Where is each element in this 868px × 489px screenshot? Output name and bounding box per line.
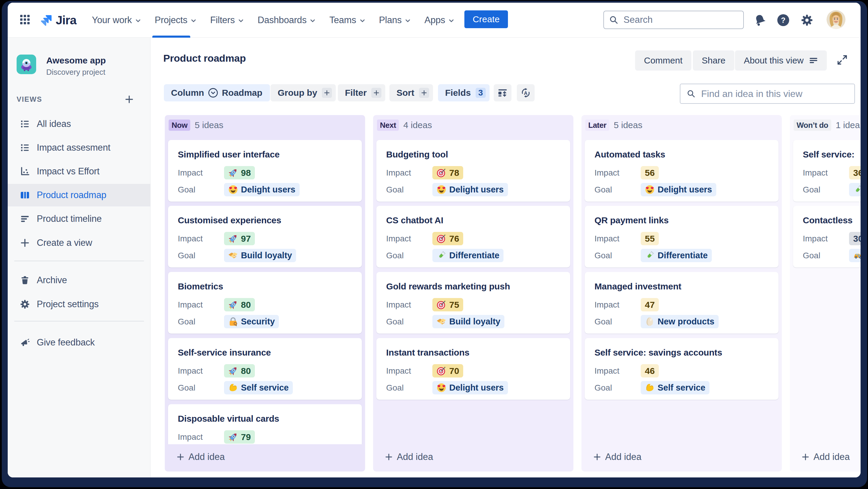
sidebar-item-label: Project settings: [37, 299, 99, 310]
nav-item-projects[interactable]: Projects: [155, 3, 196, 38]
idea-card[interactable]: Instant transactionsImpact70GoalDelight …: [376, 338, 570, 400]
idea-card[interactable]: Budgeting toolImpact78GoalDelight users: [376, 140, 570, 202]
global-search-input[interactable]: Search: [603, 11, 744, 29]
impact-value: 97: [241, 234, 251, 244]
scatter-icon: [20, 167, 30, 176]
add-idea-button[interactable]: Add idea: [802, 451, 849, 463]
sidebar-item-label: Impact assesment: [37, 142, 110, 153]
idea-card[interactable]: Self service:Impact36Goal: [793, 140, 861, 202]
goal-field-label: Goal: [594, 315, 612, 328]
avatar-photo: [827, 10, 845, 29]
column-cards: Self service:Impact36GoalContactlessImpa…: [790, 115, 861, 444]
goal-label: Build loyalty: [449, 317, 500, 326]
nav-item-dashboards[interactable]: Dashboards: [257, 3, 316, 38]
goal-label: Delight users: [449, 383, 504, 393]
handshake-emoji: [228, 251, 238, 260]
column-cards: Simplified user interfaceImpact98GoalDel…: [165, 115, 365, 444]
impact-value: 98: [241, 168, 251, 178]
impact-field-label: Impact: [386, 298, 411, 311]
notifications-button[interactable]: [754, 3, 767, 38]
dart-emoji: [436, 300, 446, 310]
sidebar-item-all-ideas[interactable]: All ideas: [8, 113, 150, 135]
plus-icon: [385, 453, 393, 461]
goal-label: Delight users: [449, 185, 504, 195]
impact-badge: 78: [432, 166, 463, 179]
idea-card[interactable]: CS chatbot AIImpact76GoalDifferentiate: [376, 206, 570, 267]
idea-card-title: CS chatbot AI: [386, 215, 443, 225]
goal-field-label: Goal: [594, 249, 612, 262]
sidebar-item-label: Impact vs Effort: [37, 166, 100, 177]
grid-icon: [20, 15, 30, 24]
impact-value: 70: [449, 366, 459, 376]
idea-card[interactable]: Self service: savings accountsImpact46Go…: [585, 338, 778, 400]
app-switcher-button[interactable]: [20, 15, 30, 24]
idea-card-title: Simplified user interface: [178, 149, 279, 160]
testtube-emoji: [436, 251, 446, 260]
chevron-down-icon: [310, 18, 316, 24]
sidebar-item-impact-vs-effort[interactable]: Impact vs Effort: [8, 160, 150, 183]
biceps-emoji: [645, 383, 655, 393]
project-header[interactable]: Awesome app Discovery project: [8, 49, 150, 80]
idea-card[interactable]: Self-service insuranceImpact80GoalSelf s…: [168, 338, 362, 400]
impact-field-label: Impact: [178, 232, 203, 245]
add-view-button[interactable]: [124, 94, 134, 105]
idea-card[interactable]: Managed investmentImpact47GoalNew produc…: [585, 272, 778, 334]
create-button[interactable]: Create: [464, 10, 508, 28]
rocket-emoji: [228, 432, 238, 442]
idea-card[interactable]: ContactlessImpact30Goal3: [793, 206, 861, 267]
impact-value: 47: [645, 300, 655, 310]
goal-field-label: Goal: [178, 249, 195, 262]
sidebar-item-impact-assesment[interactable]: Impact assesment: [8, 136, 150, 159]
add-idea-button[interactable]: Add idea: [385, 451, 433, 463]
car-emoji: 3: [853, 251, 861, 260]
sidebar-item-archive[interactable]: Archive: [8, 269, 150, 291]
goal-label: Self service: [241, 383, 289, 393]
board-column-next: Next4 ideasBudgeting toolImpact78GoalDel…: [373, 115, 574, 471]
idea-card-title: Instant transactions: [386, 348, 469, 357]
nav-item-apps[interactable]: Apps: [424, 3, 454, 38]
chevron-down-icon: [448, 18, 454, 24]
idea-card[interactable]: Simplified user interfaceImpact98GoalDel…: [168, 140, 362, 202]
impact-value: 56: [645, 168, 655, 178]
user-avatar[interactable]: [827, 10, 845, 29]
nav-item-plans[interactable]: Plans: [379, 3, 411, 38]
idea-card[interactable]: QR payment linksImpact55GoalDifferentiat…: [585, 206, 778, 267]
nav-item-teams[interactable]: Teams: [329, 3, 365, 38]
sidebar-item-give-feedback[interactable]: Give feedback: [8, 331, 150, 354]
add-idea-button[interactable]: Add idea: [177, 451, 225, 463]
idea-card[interactable]: Customised experiencesImpact97GoalBuild …: [168, 206, 362, 267]
goal-field-label: Goal: [594, 183, 612, 196]
goal-badge: Security: [224, 315, 279, 328]
dart-emoji: [436, 234, 446, 243]
idea-card[interactable]: Disposable virtual cardsImpact79: [168, 404, 362, 444]
goal-label: Build loyalty: [241, 251, 292, 260]
sidebar-item-label: Product roadmap: [37, 190, 106, 200]
impact-field-label: Impact: [178, 364, 203, 377]
impact-value: 36: [853, 168, 861, 178]
nav-item-your-work[interactable]: Your work: [92, 3, 141, 38]
idea-card[interactable]: BiometricsImpact80GoalSecurity: [168, 272, 362, 334]
handshake-emoji: [436, 317, 446, 326]
goal-field-label: Goal: [178, 381, 195, 394]
jira-logo[interactable]: Jira: [40, 3, 76, 38]
sidebar-item-create-a-view[interactable]: Create a view: [8, 232, 150, 254]
idea-card-title: Budgeting tool: [386, 149, 448, 160]
sidebar-item-product-roadmap[interactable]: Product roadmap: [8, 184, 150, 206]
add-idea-button[interactable]: Add idea: [593, 451, 641, 463]
idea-card-title: Self-service insurance: [178, 348, 271, 357]
impact-field-label: Impact: [594, 232, 619, 245]
column-cards: Automated tasksImpact56GoalDelight users…: [582, 115, 782, 444]
help-button[interactable]: ?: [777, 3, 789, 38]
goal-badge: Differentiate: [641, 249, 712, 262]
impact-badge: 55: [641, 232, 659, 245]
trash-icon: [20, 276, 30, 285]
idea-card[interactable]: Automated tasksImpact56GoalDelight users: [585, 140, 778, 202]
goal-label: Delight users: [658, 185, 712, 195]
idea-card[interactable]: Gold rewards marketing pushImpact75GoalB…: [376, 272, 570, 334]
heart-eyes-emoji: [436, 185, 446, 195]
settings-button[interactable]: [801, 3, 813, 38]
nav-item-filters[interactable]: Filters: [210, 3, 244, 38]
sidebar-item-project-settings[interactable]: Project settings: [8, 293, 150, 316]
sidebar-item-product-timeline[interactable]: Product timeline: [8, 208, 150, 230]
settings-icon: [801, 14, 813, 26]
